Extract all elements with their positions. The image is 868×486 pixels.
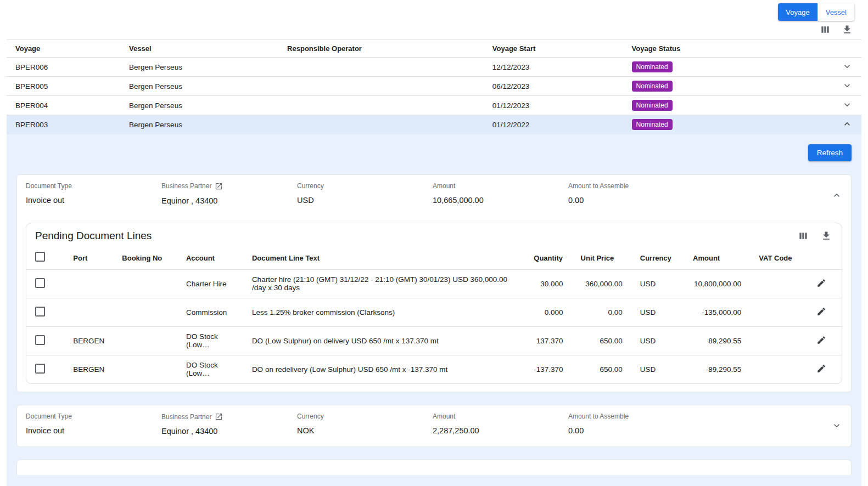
document-line-row-commission: Commission Less 1.25% broker commission …	[26, 298, 842, 326]
col-edit	[801, 247, 842, 270]
business-partner-label: Business Partner	[161, 412, 297, 421]
document-type-value: Invoice out	[26, 426, 161, 435]
currency-label: Currency	[297, 182, 433, 190]
vessel-name: Bergen Perseus	[120, 77, 278, 96]
line-account: DO Stock (Low…	[177, 355, 243, 383]
line-amount: -89,290.55	[684, 355, 750, 383]
download-icon[interactable]	[821, 230, 832, 241]
line-quantity: 137.370	[525, 326, 572, 355]
document-type-label: Document Type	[26, 182, 161, 190]
column-settings-icon[interactable]	[820, 24, 831, 35]
chevron-up-icon[interactable]	[842, 118, 853, 129]
amount-value: 2,287,250.00	[433, 426, 568, 435]
line-account: Charter Hire	[177, 269, 243, 298]
column-settings-icon[interactable]	[798, 230, 809, 241]
field-amount: Amount 2,287,250.00	[433, 412, 568, 435]
amount-to-assemble-label: Amount to Assemble	[568, 412, 820, 420]
currency-value: USD	[297, 196, 433, 205]
chevron-up-icon[interactable]	[831, 190, 842, 201]
document-line-row-do-delivery: BERGEN DO Stock (Low… DO (Low Sulphur) o…	[26, 326, 842, 355]
voyage-start: 12/12/2023	[484, 58, 623, 77]
col-unit-price: Unit Price	[572, 247, 631, 270]
line-unit-price: 0.00	[572, 298, 631, 326]
voyage-row-bper005[interactable]: BPER005 Bergen Perseus 06/12/2023 Nomina…	[7, 77, 861, 96]
line-booking-no	[113, 326, 177, 355]
line-amount: 89,290.55	[684, 326, 750, 355]
pending-document-lines-panel: Pending Document Lines Port Book	[26, 223, 842, 385]
field-business-partner: Business Partner Equinor , 43400	[161, 182, 297, 205]
status-badge: Nominated	[632, 61, 673, 72]
responsible-operator	[278, 58, 484, 77]
voyage-start: 01/12/2023	[484, 96, 623, 115]
download-icon[interactable]	[842, 24, 853, 35]
row-checkbox[interactable]	[35, 278, 45, 288]
business-partner-label: Business Partner	[161, 182, 297, 190]
pending-lines-header-row: Port Booking No Account Document Line Te…	[26, 247, 842, 270]
row-checkbox[interactable]	[35, 364, 45, 374]
document-type-value: Invoice out	[26, 196, 161, 205]
voyage-row-bper004[interactable]: BPER004 Bergen Perseus 01/12/2023 Nomina…	[7, 96, 861, 115]
open-in-new-icon[interactable]	[215, 182, 223, 190]
business-partner-value: Equinor , 43400	[161, 196, 297, 205]
col-responsible-operator: Responsible Operator	[278, 40, 484, 58]
chevron-down-icon[interactable]	[842, 61, 853, 72]
col-account: Account	[177, 247, 243, 270]
line-port: BERGEN	[64, 355, 113, 383]
field-amount: Amount 10,665,000.00	[433, 182, 568, 205]
responsible-operator	[278, 115, 484, 134]
edit-icon[interactable]	[816, 278, 826, 288]
field-business-partner: Business Partner Equinor , 43400	[161, 412, 297, 436]
document-header-fields: Document Type Invoice out Business Partn…	[26, 182, 842, 208]
line-currency: USD	[631, 326, 684, 355]
col-port: Port	[64, 247, 113, 270]
voyage-start: 01/12/2022	[484, 115, 623, 134]
chevron-down-icon[interactable]	[842, 99, 853, 110]
chevron-down-icon[interactable]	[831, 420, 842, 431]
col-quantity: Quantity	[525, 247, 572, 270]
edit-icon[interactable]	[816, 307, 826, 317]
voyage-detail-section: Refresh Document Type Invoice out Busine…	[7, 134, 861, 486]
line-amount: -135,000.00	[684, 298, 750, 326]
line-text: DO (Low Sulphur) on delivery USD 650 /mt…	[243, 326, 525, 355]
voyages-table-wrap: Voyage Vessel Responsible Operator Voyag…	[7, 39, 861, 134]
refresh-button[interactable]: Refresh	[808, 144, 852, 161]
document-card-usd: Document Type Invoice out Business Partn…	[16, 174, 852, 393]
col-document-line-text: Document Line Text	[243, 247, 525, 270]
vessel-name: Bergen Perseus	[120, 115, 278, 134]
currency-label: Currency	[297, 412, 433, 420]
edit-icon[interactable]	[816, 364, 826, 374]
select-all-checkbox[interactable]	[35, 252, 45, 262]
line-booking-no	[113, 355, 177, 383]
row-checkbox[interactable]	[35, 307, 45, 317]
document-card-nok: Document Type Invoice out Business Partn…	[16, 405, 852, 447]
vessel-name: Bergen Perseus	[120, 58, 278, 77]
line-unit-price: 650.00	[572, 326, 631, 355]
business-partner-value: Equinor , 43400	[161, 427, 297, 436]
col-voyage-start: Voyage Start	[484, 40, 623, 58]
line-port	[64, 269, 113, 298]
voyages-header-row: Voyage Vessel Responsible Operator Voyag…	[7, 40, 861, 58]
line-quantity: 30.000	[525, 269, 572, 298]
amount-to-assemble-value: 0.00	[568, 196, 820, 205]
open-in-new-icon[interactable]	[215, 412, 223, 421]
document-line-row-charter-hire: Charter Hire Charter hire (21:10 (GMT) 3…	[26, 269, 842, 298]
field-document-type: Document Type Invoice out	[26, 182, 161, 205]
pending-lines-title: Pending Document Lines	[35, 230, 152, 242]
voyage-id: BPER006	[7, 58, 120, 77]
line-booking-no	[113, 298, 177, 326]
voyage-row-bper003[interactable]: BPER003 Bergen Perseus 01/12/2022 Nomina…	[7, 115, 861, 134]
voyage-toggle-button[interactable]: Voyage	[778, 3, 817, 21]
business-partner-label-text: Business Partner	[161, 413, 211, 421]
chevron-down-icon[interactable]	[842, 80, 853, 91]
field-currency: Currency USD	[297, 182, 433, 205]
amount-to-assemble-label: Amount to Assemble	[568, 182, 820, 190]
row-checkbox[interactable]	[35, 335, 45, 345]
line-text: DO on redelivery (Low Sulphur) USD 650 /…	[243, 355, 525, 383]
line-account: DO Stock (Low…	[177, 326, 243, 355]
edit-icon[interactable]	[816, 335, 826, 345]
field-currency: Currency NOK	[297, 412, 433, 435]
amount-label: Amount	[433, 412, 568, 420]
voyage-row-bper006[interactable]: BPER006 Bergen Perseus 12/12/2023 Nomina…	[7, 58, 861, 77]
vessel-toggle-button[interactable]: Vessel	[817, 3, 854, 21]
currency-value: NOK	[297, 426, 433, 435]
